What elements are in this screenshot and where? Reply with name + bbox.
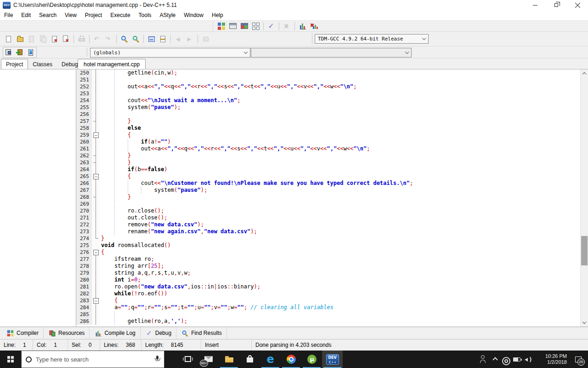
network-icon[interactable] [501, 353, 512, 366]
menu-help[interactable]: Help [208, 11, 227, 20]
code-text[interactable]: else [100, 125, 580, 132]
code-text[interactable]: getline(cin,w); [100, 69, 580, 76]
line-number[interactable]: 282 [76, 290, 92, 297]
line-number[interactable]: 275 [76, 242, 92, 249]
fold-margin[interactable] [92, 187, 100, 194]
fold-margin[interactable] [92, 90, 100, 97]
line-number[interactable]: 272 [76, 221, 92, 228]
code-text[interactable]: } [100, 152, 580, 159]
menu-project[interactable]: Project [81, 11, 106, 20]
code-text[interactable]: } [100, 159, 580, 166]
replace-button[interactable] [130, 34, 141, 44]
scrollbar-thumb[interactable] [581, 236, 588, 265]
code-text[interactable]: string arr[25]; [100, 263, 580, 270]
fold-margin[interactable] [92, 118, 100, 125]
taskbar-app-edge[interactable] [260, 351, 281, 368]
scroll-up-arrow[interactable] [581, 69, 588, 77]
open-button[interactable] [14, 34, 26, 44]
toggle-breakpoint-button[interactable] [26, 48, 36, 57]
code-text[interactable]: { [100, 297, 580, 304]
fold-margin[interactable] [92, 318, 100, 325]
menu-tools[interactable]: Tools [135, 11, 156, 20]
fold-margin[interactable] [92, 290, 100, 297]
line-number[interactable]: 254 [76, 97, 92, 104]
line-number[interactable]: 255 [76, 104, 92, 111]
volume-icon[interactable] [523, 353, 534, 366]
line-number[interactable]: 276 [76, 249, 92, 256]
code-text[interactable]: out<<a<<","<<q<<","<<r<<","<<s<<","<<t<<… [100, 145, 580, 152]
bottom-tab-compile-log[interactable]: Compile Log [90, 327, 140, 339]
vertical-scrollbar[interactable] [580, 69, 588, 327]
fold-margin[interactable] [92, 242, 100, 249]
fold-margin[interactable] [92, 201, 100, 207]
search-input[interactable] [36, 356, 150, 363]
add-to-project-button[interactable] [15, 48, 25, 57]
code-text[interactable]: while(!ro.eof()) [100, 290, 580, 297]
bottom-tab-debug[interactable]: Debug [141, 327, 176, 339]
code-text[interactable]: if(b==false) [100, 166, 580, 173]
fold-margin[interactable] [92, 221, 100, 228]
menu-execute[interactable]: Execute [106, 11, 134, 20]
code-area[interactable]: 250 getline(cin,w);251252 out<<a<<","<<q… [76, 69, 580, 327]
fold-margin[interactable] [92, 270, 100, 276]
close-all-button[interactable] [60, 34, 72, 44]
fold-margin[interactable] [92, 159, 100, 166]
fold-margin[interactable] [92, 228, 100, 235]
code-text[interactable]: rename("new again.csv","new data.csv"); [100, 228, 580, 235]
bottom-tab-find-results[interactable]: Find Results [176, 327, 227, 339]
menu-astyle[interactable]: AStyle [156, 11, 180, 20]
close-button[interactable] [49, 34, 60, 44]
close-button[interactable] [567, 0, 588, 10]
line-number[interactable]: 262 [76, 152, 92, 159]
fold-margin[interactable] [92, 297, 100, 304]
fold-margin[interactable] [92, 263, 100, 270]
compiler-combobox[interactable]: TDM-GCC 4.9.2 64-bit Release [315, 34, 429, 44]
bottom-tab-compiler[interactable]: Compiler [2, 327, 44, 339]
code-text[interactable]: cout<<"\nJust wait a moment...\n"; [100, 97, 580, 104]
taskbar-search[interactable] [21, 351, 164, 368]
line-number[interactable]: 283 [76, 297, 92, 304]
menu-window[interactable]: Window [180, 11, 208, 20]
line-number[interactable]: 270 [76, 207, 92, 214]
scroll-down-arrow[interactable] [581, 319, 588, 327]
fold-margin[interactable] [92, 76, 100, 83]
fold-margin[interactable] [92, 104, 100, 111]
line-number[interactable]: 265 [76, 173, 92, 180]
taskbar-clock[interactable]: 10:26 PM 1/2/2018 [537, 353, 567, 365]
fold-margin[interactable] [92, 152, 100, 159]
taskbar-app-chrome[interactable] [281, 351, 301, 368]
code-text[interactable] [100, 76, 580, 83]
line-number[interactable]: 274 [76, 235, 92, 242]
line-number[interactable]: 280 [76, 276, 92, 283]
shortcuts-window-button[interactable] [250, 21, 261, 31]
code-text[interactable]: void roomsallocated() [100, 242, 580, 249]
code-text[interactable]: } [100, 235, 580, 242]
code-text[interactable]: { [100, 249, 580, 256]
delete-profiling-data-button[interactable] [308, 21, 320, 31]
tab-hotel-management-cpp[interactable]: hotel management.cpp [78, 59, 146, 69]
code-text[interactable]: getline(ro,a,','); [100, 318, 580, 325]
line-number[interactable]: 285 [76, 311, 92, 318]
line-number[interactable]: 268 [76, 194, 92, 201]
fold-margin[interactable] [92, 180, 100, 187]
menu-file[interactable]: File [0, 11, 17, 20]
line-number[interactable]: 278 [76, 263, 92, 270]
fold-margin[interactable] [92, 304, 100, 311]
member-combobox[interactable] [251, 48, 412, 58]
code-text[interactable]: } [100, 194, 580, 201]
fold-margin[interactable] [92, 138, 100, 145]
battery-icon[interactable] [512, 353, 523, 366]
line-number[interactable]: 271 [76, 214, 92, 221]
code-text[interactable]: ro.close(); [100, 207, 580, 214]
code-text[interactable]: out<<a<<","<<q<<","<<r<<","<<s<<","<<t<<… [100, 83, 580, 90]
floating-report-window-button[interactable] [238, 21, 250, 31]
menu-view[interactable]: View [61, 11, 81, 20]
line-number[interactable]: 267 [76, 187, 92, 194]
line-number[interactable]: 252 [76, 83, 92, 90]
minimize-button[interactable] [525, 0, 546, 10]
line-number[interactable]: 277 [76, 256, 92, 263]
fold-margin[interactable] [92, 276, 100, 283]
panel-tab-classes[interactable]: Classes [28, 59, 57, 69]
taskbar-app-utorrent[interactable] [301, 351, 322, 368]
find-button[interactable] [119, 34, 130, 44]
